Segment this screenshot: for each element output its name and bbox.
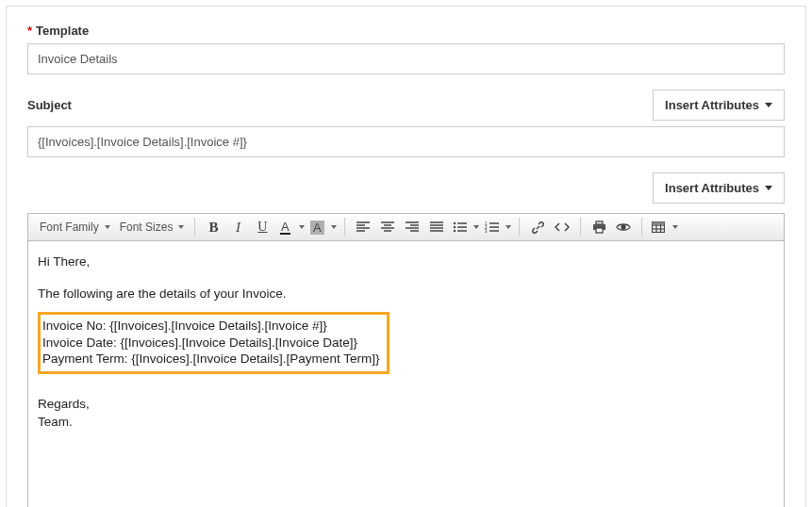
link-button[interactable] <box>525 216 550 238</box>
caret-down-icon <box>299 225 305 229</box>
caret-down-icon <box>765 186 772 190</box>
align-left-button[interactable] <box>351 216 375 238</box>
caret-down-icon <box>178 225 184 229</box>
template-label-row: *Template <box>27 24 785 38</box>
required-star: * <box>27 24 32 38</box>
insert-attributes-subject-label: Insert Attributes <box>665 98 759 112</box>
merge-line-invoice-no: Invoice No: {[Invoices].[Invoice Details… <box>42 318 379 335</box>
font-family-select[interactable]: Font Family <box>35 217 115 237</box>
caret-down-icon <box>473 225 479 229</box>
subject-field-block: Subject Insert Attributes <box>27 90 785 157</box>
underline-button[interactable]: U <box>250 216 274 238</box>
code-button[interactable] <box>550 216 574 238</box>
svg-text:3: 3 <box>485 229 488 234</box>
bullet-list-dropdown[interactable] <box>470 225 481 229</box>
italic-button[interactable]: I <box>225 216 250 238</box>
numbered-list-button[interactable]: 123 <box>481 216 502 238</box>
numbered-list-dropdown[interactable] <box>502 225 513 229</box>
font-size-select[interactable]: Font Sizes <box>115 217 190 237</box>
caret-down-icon <box>505 225 511 229</box>
template-label: Template <box>36 24 89 38</box>
toolbar-separator <box>580 218 581 237</box>
align-right-button[interactable] <box>400 216 424 238</box>
editor-intro: The following are the details of your In… <box>38 285 774 303</box>
toolbar-separator <box>194 218 195 237</box>
toolbar-separator <box>641 218 642 237</box>
svg-rect-28 <box>596 221 603 224</box>
svg-point-18 <box>454 230 456 232</box>
template-field-block: *Template <box>27 24 785 74</box>
editor-body[interactable]: Hi There, The following are the details … <box>27 241 785 507</box>
bg-color-letter: A <box>310 221 324 235</box>
template-name-input[interactable] <box>27 43 785 74</box>
text-color-dropdown[interactable] <box>295 225 307 229</box>
bullet-list-button[interactable] <box>449 216 470 238</box>
preview-button[interactable] <box>611 216 636 238</box>
subject-label: Subject <box>27 98 72 112</box>
table-dropdown[interactable] <box>669 225 680 229</box>
subject-input[interactable] <box>27 126 785 157</box>
svg-point-16 <box>454 222 456 224</box>
editor-greeting: Hi There, <box>38 253 774 271</box>
email-template-panel: *Template Subject Insert Attributes Inse… <box>6 6 806 507</box>
bold-button[interactable]: B <box>201 216 225 238</box>
editor-regards: Regards, <box>38 395 774 414</box>
editor-signoff: Team. <box>38 413 774 432</box>
editor-toolbar: Font Family Font Sizes B I U A A <box>27 213 785 241</box>
svg-rect-37 <box>653 222 665 225</box>
print-button[interactable] <box>587 216 611 238</box>
highlighted-merge-fields: Invoice No: {[Invoices].[Invoice Details… <box>38 312 389 374</box>
toolbar-separator <box>344 218 345 237</box>
bg-color-dropdown[interactable] <box>327 225 339 229</box>
table-button[interactable] <box>648 216 669 238</box>
font-family-label: Font Family <box>40 221 99 234</box>
merge-line-payment-term: Payment Term: {[Invoices].[Invoice Detai… <box>42 351 379 368</box>
svg-rect-30 <box>596 228 603 233</box>
align-justify-button[interactable] <box>424 216 449 238</box>
toolbar-separator <box>519 218 520 237</box>
text-color-button[interactable]: A <box>274 216 295 238</box>
align-center-button[interactable] <box>375 216 400 238</box>
caret-down-icon <box>672 225 678 229</box>
svg-point-31 <box>621 225 625 229</box>
caret-down-icon <box>765 103 772 107</box>
svg-point-17 <box>454 226 456 228</box>
caret-down-icon <box>331 225 337 229</box>
caret-down-icon <box>105 225 110 229</box>
text-color-letter: A <box>280 221 290 235</box>
font-size-label: Font Sizes <box>120 221 174 234</box>
merge-line-invoice-date: Invoice Date: {[Invoices].[Invoice Detai… <box>42 335 379 352</box>
insert-attributes-body-button[interactable]: Insert Attributes <box>653 172 785 204</box>
bg-color-button[interactable]: A <box>307 216 327 238</box>
insert-attributes-body-label: Insert Attributes <box>665 181 759 195</box>
insert-attributes-subject-button[interactable]: Insert Attributes <box>653 90 785 121</box>
